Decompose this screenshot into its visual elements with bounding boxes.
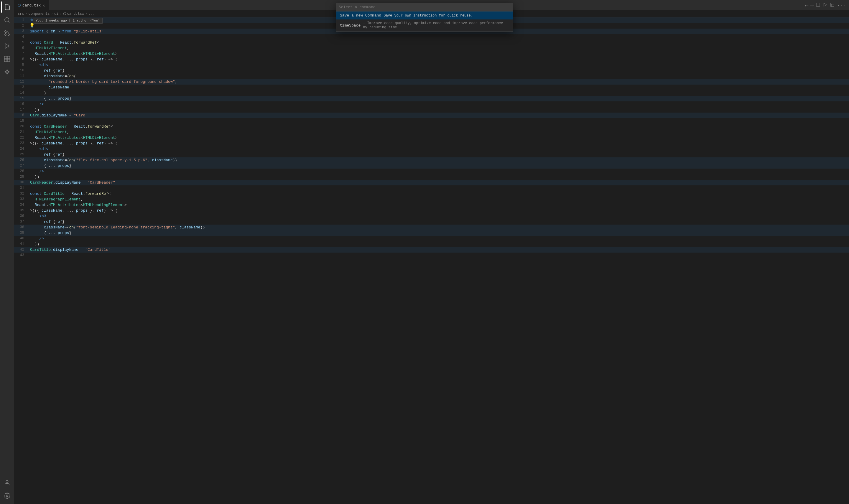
- line-content: { ... props}: [29, 230, 849, 236]
- line-number: 23: [14, 141, 29, 146]
- activity-files-icon[interactable]: [1, 1, 13, 13]
- line-number: 33: [14, 197, 29, 202]
- line-number: 31: [14, 185, 29, 191]
- code-line: 16 />: [14, 102, 849, 107]
- breadcrumb-filename[interactable]: card.tsx: [67, 12, 84, 16]
- command-item-timespace[interactable]: timeSpace - Improve code quality, optimi…: [336, 19, 513, 31]
- code-line: 12 "rounded-xl border bg-card text-card-…: [14, 79, 849, 85]
- tsx-file-icon: ⬡: [18, 3, 21, 8]
- svg-rect-10: [7, 59, 10, 61]
- activity-search-icon[interactable]: [1, 14, 13, 26]
- code-line: 33 HTMLParagraphElement,: [14, 197, 849, 202]
- line-content: className={cn("flex flex-col space-y-1.5…: [29, 157, 849, 163]
- line-content: className: [29, 85, 849, 90]
- code-line: 23>(({ className, ... props }, ref) => (: [14, 141, 849, 146]
- breadcrumb-file-icon: ⬡: [63, 12, 66, 16]
- line-content: CardHeader.displayName = "CardHeader": [29, 180, 849, 185]
- line-number: 40: [14, 236, 29, 241]
- title-bar-icons: ⟵ ⟶ ···: [802, 0, 849, 11]
- line-number: 35: [14, 208, 29, 213]
- line-content: className={cn("font-semibold leading-non…: [29, 224, 849, 230]
- code-line: 37 ref={ref}: [14, 219, 849, 224]
- code-line: 18Card.displayName = "Card": [14, 113, 849, 118]
- line-number: 36: [14, 213, 29, 219]
- code-line: 5const Card = React.forwardRef<: [14, 40, 849, 46]
- activity-source-control-icon[interactable]: [1, 27, 13, 39]
- command-palette[interactable]: Save a new Command Save your own instruc…: [336, 3, 513, 32]
- code-line: 13 className: [14, 85, 849, 90]
- line-number: 24: [14, 146, 29, 152]
- line-number: 6: [14, 46, 29, 51]
- code-line: 6 HTMLDivElement,: [14, 46, 849, 51]
- svg-point-0: [5, 18, 9, 22]
- svg-line-1: [8, 21, 10, 22]
- line-number: 27: [14, 163, 29, 168]
- activity-sparkle-icon[interactable]: [1, 66, 13, 78]
- line-number: 5: [14, 40, 29, 46]
- line-content: )): [29, 241, 849, 247]
- line-content: />: [29, 102, 849, 107]
- line-content: HTMLDivElement,: [29, 129, 849, 135]
- lightbulb-icon[interactable]: 💡: [29, 23, 35, 29]
- code-line: 24 <div: [14, 146, 849, 152]
- code-line: 40 />: [14, 236, 849, 241]
- line-content: />: [29, 168, 849, 174]
- breadcrumb-ui[interactable]: ui: [54, 12, 58, 16]
- code-line: 21 HTMLDivElement,: [14, 129, 849, 135]
- back-icon[interactable]: ⟵: [806, 3, 808, 8]
- code-line: 39 { ... props}: [14, 230, 849, 236]
- line-content: Card.displayName = "Card": [29, 113, 849, 118]
- command-input-wrapper[interactable]: [336, 3, 513, 12]
- line-number: 1: [14, 17, 29, 23]
- line-content: ref={ref}: [29, 152, 849, 157]
- activity-bar: [0, 0, 14, 504]
- line-content: >(({ className, ... props }, ref) => (: [29, 57, 849, 62]
- split-editor-icon[interactable]: [816, 2, 820, 8]
- line-number: 34: [14, 202, 29, 208]
- code-line: 11 className={cn(: [14, 73, 849, 79]
- tab-card-tsx[interactable]: ⬡ card.tsx ✕: [14, 0, 49, 10]
- line-content: ref={ref}: [29, 219, 849, 224]
- line-number: 17: [14, 107, 29, 113]
- line-content: React.HTMLAttributes<HTMLHeadingElement>: [29, 202, 849, 208]
- line-number: 43: [14, 253, 29, 258]
- code-editor[interactable]: 1import * as React from "react"2💡3import…: [14, 17, 849, 504]
- tab-close-button[interactable]: ✕: [42, 3, 45, 8]
- command-item-save-new[interactable]: Save a new Command Save your own instruc…: [336, 12, 513, 19]
- code-line: 35>(({ className, ... props }, ref) => (: [14, 208, 849, 213]
- line-number: 15: [14, 96, 29, 102]
- run-file-icon[interactable]: [823, 2, 828, 8]
- breadcrumb-ellipsis[interactable]: ...: [88, 12, 95, 16]
- breadcrumb-components[interactable]: components: [29, 12, 50, 16]
- svg-point-11: [6, 481, 8, 483]
- timespace-desc: - Improve code quality, optimize code an…: [363, 21, 509, 30]
- activity-settings-icon[interactable]: [1, 490, 13, 502]
- tab-label: card.tsx: [22, 3, 41, 8]
- more-icon[interactable]: ···: [837, 3, 846, 8]
- line-number: 10: [14, 68, 29, 73]
- code-line: 7 React.HTMLAttributes<HTMLDivElement>: [14, 51, 849, 57]
- editor-area: ⬡ card.tsx ✕ src › components › ui › ⬡ c…: [14, 0, 849, 504]
- hover-tooltip-text: You, 2 weeks ago | 1 author (You): [36, 19, 100, 22]
- line-number: 7: [14, 51, 29, 57]
- activity-account-icon[interactable]: [1, 477, 13, 489]
- svg-point-12: [6, 495, 8, 497]
- activity-extensions-icon[interactable]: [1, 53, 13, 65]
- line-content: CardTitle.displayName = "CardTitle": [29, 247, 849, 253]
- code-line: 20const CardHeader = React.forwardRef<: [14, 124, 849, 129]
- code-line: 19: [14, 118, 849, 124]
- svg-point-3: [5, 31, 6, 32]
- line-number: 13: [14, 85, 29, 90]
- code-line: 22 React.HTMLAttributes<HTMLDivElement>: [14, 135, 849, 141]
- breadcrumb-src[interactable]: src: [18, 12, 24, 16]
- activity-run-icon[interactable]: [1, 40, 13, 52]
- line-content: className={cn(: [29, 73, 849, 79]
- line-number: 22: [14, 135, 29, 141]
- activity-bar-bottom: [1, 477, 13, 504]
- line-content: ref={ref}: [29, 68, 849, 73]
- line-content: ): [29, 90, 849, 96]
- code-line: 15 { ... props}: [14, 96, 849, 102]
- command-input[interactable]: [339, 5, 510, 10]
- forward-icon[interactable]: ⟶: [811, 3, 814, 8]
- layout-icon[interactable]: [830, 2, 834, 8]
